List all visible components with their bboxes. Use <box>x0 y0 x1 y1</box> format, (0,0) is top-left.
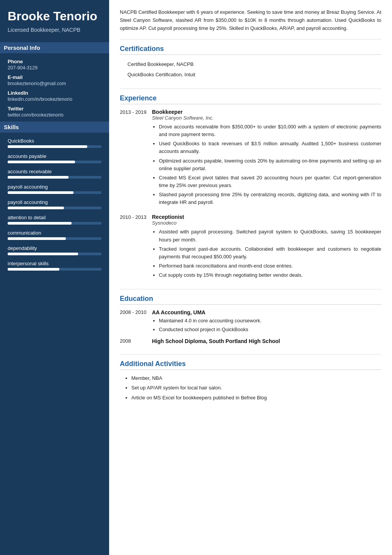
skill-bar-background <box>8 161 101 163</box>
experience-dates: 2010 - 2013 <box>120 214 147 281</box>
bullet-item: Optimized accounts payable, lowering cos… <box>159 157 381 172</box>
education-content: AA Accounting, UMAMaintained 4.0 in core… <box>152 309 381 334</box>
bullet-item: Created MS Excel pivot tables that saved… <box>159 174 381 189</box>
experience-bullets: Assisted with payroll processing. Switch… <box>152 228 381 279</box>
job-title: Receptionist <box>152 214 381 220</box>
education-title: Education <box>120 295 381 305</box>
skill-label: payroll accounting <box>8 184 101 190</box>
twitter-value: twitter.com/brookeztenorio <box>8 112 101 118</box>
skill-bar-fill <box>8 237 66 240</box>
degree-title: AA Accounting, UMA <box>152 309 381 315</box>
skill-label: dependability <box>8 245 101 251</box>
additional-item: Article on MS Excel for bookkeepers publ… <box>131 394 381 402</box>
certifications-title: Certifications <box>120 45 381 55</box>
phone-value: 207-904-3129 <box>8 65 101 71</box>
skill-bar-background <box>8 176 101 179</box>
additional-item: Member, NBA <box>131 374 381 382</box>
additional-section: Additional Activities Member, NBASet up … <box>120 360 381 401</box>
skill-bar-fill <box>8 268 59 271</box>
education-row: 2008 - 2010AA Accounting, UMAMaintained … <box>120 309 381 334</box>
certification-item: QuickBooks Certification, Intuit <box>120 70 381 80</box>
experience-title: Experience <box>120 94 381 104</box>
skill-label: interpersonal skills <box>8 261 101 266</box>
skill-bar-fill <box>8 145 87 148</box>
skills-heading: Skills <box>0 122 109 133</box>
skill-label: payroll accounting <box>8 199 101 205</box>
skill-bar-background <box>8 191 101 194</box>
bullet-item: Used QuickBooks to track revenues of $3.… <box>159 140 381 155</box>
experience-row: 2013 - 2019BookkeeperSteel Canyon Softwa… <box>120 109 381 208</box>
company-name: Sysnodeco <box>152 220 381 226</box>
linkedin-value: linkedin.com/in/brookeztenorio <box>8 97 101 102</box>
linkedin-label: LinkedIn <box>8 90 101 96</box>
skill-label: QuickBooks <box>8 138 101 144</box>
bullet-item: Slashed payroll processing time 25% by c… <box>159 191 381 206</box>
experience-dates: 2013 - 2019 <box>120 109 147 208</box>
education-list: 2008 - 2010AA Accounting, UMAMaintained … <box>120 309 381 346</box>
skill-bar-fill <box>8 207 64 209</box>
phone-label: Phone <box>8 59 101 64</box>
skill-bar-fill <box>8 222 72 225</box>
additional-title: Additional Activities <box>120 360 381 370</box>
skill-bar-fill <box>8 176 69 179</box>
email-value: brookeztenorio@gmail.com <box>8 81 101 86</box>
education-dates: 2008 - 2010 <box>120 309 147 334</box>
education-dates: 2008 <box>120 338 147 346</box>
skill-label: communication <box>8 230 101 236</box>
skill-bar-fill <box>8 191 74 194</box>
bullet-item: Maintained 4.0 in core accounting course… <box>159 317 381 325</box>
skill-label: accounts receivable <box>8 169 101 174</box>
experience-list: 2013 - 2019BookkeeperSteel Canyon Softwa… <box>120 109 381 281</box>
experience-content: ReceptionistSysnodecoAssisted with payro… <box>152 214 381 281</box>
skill-bar-background <box>8 253 101 255</box>
additional-item: Set up AP/AR system for local hair salon… <box>131 384 381 392</box>
skill-bar-background <box>8 222 101 225</box>
skill-bar-background <box>8 237 101 240</box>
bullet-item: Cut supply costs by 15% through negotiat… <box>159 271 381 279</box>
skill-label: attention to detail <box>8 215 101 220</box>
candidate-title: Licensed Bookkeeper, NACPB <box>8 26 101 34</box>
additional-list: Member, NBASet up AP/AR system for local… <box>120 374 381 401</box>
job-title: Bookkeeper <box>152 109 381 115</box>
skill-label: accounts payable <box>8 153 101 159</box>
skill-bar-fill <box>8 161 75 163</box>
certifications-list: Certified Bookkeeper, NACPBQuickBooks Ce… <box>120 59 381 80</box>
experience-section: Experience 2013 - 2019BookkeeperSteel Ca… <box>120 94 381 281</box>
twitter-label: Twitter <box>8 106 101 112</box>
personal-info-heading: Personal Info <box>0 42 109 53</box>
degree-title: High School Diploma, South Portland High… <box>152 338 381 344</box>
certifications-section: Certifications Certified Bookkeeper, NAC… <box>120 45 381 80</box>
certification-item: Certified Bookkeeper, NACPB <box>120 59 381 70</box>
bullet-item: Conducted school project in QuickBooks <box>159 326 381 333</box>
experience-row: 2010 - 2013ReceptionistSysnodecoAssisted… <box>120 214 381 281</box>
main-content: NACPB Certified Bookkeeper with 6 years … <box>109 0 392 555</box>
candidate-name: Brooke Tenorio <box>8 9 101 23</box>
skills-list: QuickBooksaccounts payableaccounts recei… <box>8 138 101 271</box>
bullet-item: Drove accounts receivable from $350,000+… <box>159 123 381 138</box>
education-row: 2008High School Diploma, South Portland … <box>120 338 381 346</box>
skill-bar-background <box>8 268 101 271</box>
education-section: Education 2008 - 2010AA Accounting, UMAM… <box>120 295 381 346</box>
sidebar: Brooke Tenorio Licensed Bookkeeper, NACP… <box>0 0 109 555</box>
bullet-item: Assisted with payroll processing. Switch… <box>159 228 381 243</box>
summary-text: NACPB Certified Bookkeeper with 6 years … <box>120 8 381 32</box>
email-label: E-mail <box>8 74 101 80</box>
education-bullets: Maintained 4.0 in core accounting course… <box>152 317 381 333</box>
education-content: High School Diploma, South Portland High… <box>152 338 381 346</box>
experience-bullets: Drove accounts receivable from $350,000+… <box>152 123 381 206</box>
skill-bar-background <box>8 145 101 148</box>
bullet-item: Performed bank reconciliations and month… <box>159 262 381 270</box>
skill-bar-fill <box>8 253 78 255</box>
skill-bar-background <box>8 207 101 209</box>
company-name: Steel Canyon Software, Inc. <box>152 115 381 121</box>
bullet-item: Tracked longest past-due accounts. Colla… <box>159 245 381 261</box>
experience-content: BookkeeperSteel Canyon Software, Inc.Dro… <box>152 109 381 208</box>
